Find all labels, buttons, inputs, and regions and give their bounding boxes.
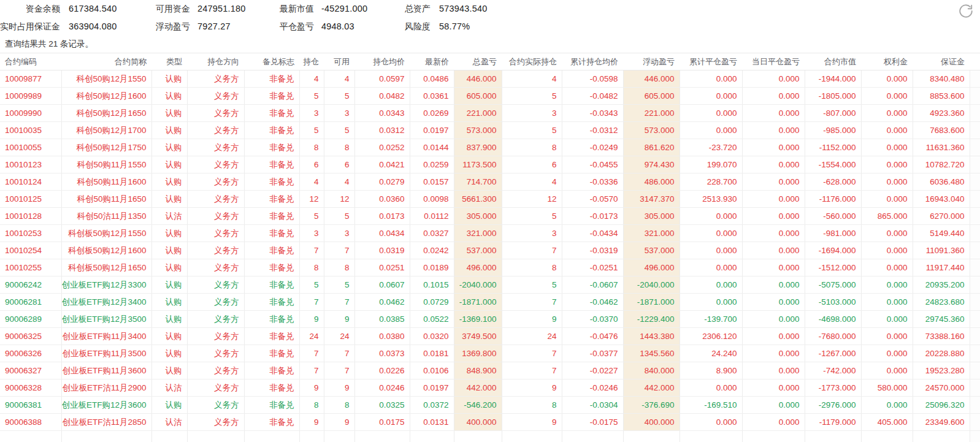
table-row[interactable]: 10010255科创板50购12月1650认购义务方非备兑880.02510.0… xyxy=(0,259,980,276)
cell-position-qty: 24 xyxy=(299,328,324,345)
cell-cum-close-pnl: 8.900 xyxy=(679,362,742,379)
cell-contract-code: 10010123 xyxy=(0,156,61,173)
cell-contract-market-value: -628.000 xyxy=(805,173,861,191)
cell-avg-position-price: 0.0373 xyxy=(354,345,410,362)
cell-avg-position-price: 0.0226 xyxy=(354,362,410,379)
table-row[interactable]: 90006242创业板ETF购12月3300认购义务方非备兑550.06070.… xyxy=(0,276,980,294)
cell-option-type: 认购 xyxy=(151,345,187,362)
cell-position-direction: 义务方 xyxy=(187,379,244,397)
refresh-button[interactable] xyxy=(957,2,975,20)
cell-position-direction: 义务方 xyxy=(187,139,244,156)
latest-market-value-label: 最新市值 xyxy=(245,0,314,18)
table-row[interactable]: 10010253科创板50购12月1550认购义务方非备兑330.04340.0… xyxy=(0,225,980,242)
cell-position-qty: 3 xyxy=(299,225,324,242)
table-row[interactable]: 90006388创业板ETF沽11月2850认沽义务方非备兑990.01750.… xyxy=(0,414,980,431)
cell-floating-pnl: 861.620 xyxy=(623,139,679,156)
cell-day-close-pnl: 0.000 xyxy=(742,414,805,431)
cell-actual-position: 5 xyxy=(502,276,562,294)
cell-avg-position-price: 0.0252 xyxy=(354,139,410,156)
cell-cum-close-pnl: 199.070 xyxy=(679,156,742,173)
cell-total-pnl: 605.000 xyxy=(454,88,502,105)
table-row[interactable]: 90006325创业板ETF购11月3400认购义务方非备兑24240.0380… xyxy=(0,328,980,345)
table-row[interactable]: 10010128科创50沽11月1350认沽义务方非备兑550.01730.01… xyxy=(0,208,980,225)
cell-floating-pnl: 486.000 xyxy=(623,173,679,191)
table-row[interactable]: 90006327创业板ETF购11月3600认购义务方非备兑770.02260.… xyxy=(0,362,980,379)
cell-cum-avg-position-price: -0.0175 xyxy=(562,414,623,431)
table-row[interactable]: 10010123科创50购11月1550认购义务方非备兑660.04210.02… xyxy=(0,156,980,173)
cell-day-close-pnl: 0.000 xyxy=(742,294,805,311)
table-row[interactable]: 10010035科创50购12月1700认购义务方非备兑550.03120.01… xyxy=(0,122,980,139)
cell-available-qty: 8 xyxy=(324,139,354,156)
cell-contract-name: 科创50购11月1550 xyxy=(61,156,151,173)
filler-cell xyxy=(970,276,980,294)
cell-cum-avg-position-price: -0.0336 xyxy=(562,173,623,191)
empty-cell xyxy=(861,431,913,442)
cell-contract-market-value: -1805.000 xyxy=(805,88,861,105)
cell-premium: 405.000 xyxy=(861,414,913,431)
cell-premium: 0.000 xyxy=(861,397,913,414)
empty-cell xyxy=(354,431,410,442)
cell-covered-flag: 非备兑 xyxy=(244,294,299,311)
cell-position-qty: 8 xyxy=(299,397,324,414)
cell-position-qty: 8 xyxy=(299,259,324,276)
cell-position-direction: 义务方 xyxy=(187,259,244,276)
cell-covered-flag: 非备兑 xyxy=(244,242,299,259)
cell-covered-flag: 非备兑 xyxy=(244,362,299,379)
cell-cum-avg-position-price: -0.0598 xyxy=(562,70,623,88)
cell-margin: 24570.000 xyxy=(913,379,970,397)
cell-avg-position-price: 0.0312 xyxy=(354,122,410,139)
table-row[interactable]: 90006328创业板ETF沽11月2900认沽义务方非备兑990.02460.… xyxy=(0,379,980,397)
empty-cell xyxy=(151,431,187,442)
column-header-position-direction: 持仓方向 xyxy=(187,53,244,70)
table-row[interactable]: 90006289创业板ETF购12月3500认购义务方非备兑990.03850.… xyxy=(0,311,980,328)
cell-position-qty: 7 xyxy=(299,242,324,259)
table-row[interactable]: 10009990科创50购12月1650认购义务方非备兑330.03430.02… xyxy=(0,105,980,122)
cell-avg-position-price: 0.0462 xyxy=(354,294,410,311)
table-row[interactable]: 10010254科创板50购12月1600认购义务方非备兑770.03190.0… xyxy=(0,242,980,259)
cell-contract-name: 科创50购11月1600 xyxy=(61,173,151,191)
cell-option-type: 认购 xyxy=(151,259,187,276)
cell-contract-market-value: -1554.000 xyxy=(805,156,861,173)
cell-premium: 0.000 xyxy=(861,105,913,122)
table-row[interactable]: 90006281创业板ETF购12月3400认购义务方非备兑770.04620.… xyxy=(0,294,980,311)
cell-contract-code: 10010124 xyxy=(0,173,61,191)
cell-position-qty: 3 xyxy=(299,105,324,122)
cell-last-price: 0.0098 xyxy=(410,191,454,208)
cell-position-direction: 义务方 xyxy=(187,397,244,414)
cell-option-type: 认沽 xyxy=(151,379,187,397)
table-row[interactable]: 90006381创业板ETF购12月3600认购义务方非备兑880.03250.… xyxy=(0,397,980,414)
empty-cell xyxy=(502,431,562,442)
table-row[interactable]: 90006326创业板ETF购11月3500认购义务方非备兑770.03730.… xyxy=(0,345,980,362)
cell-actual-position: 4 xyxy=(502,70,562,88)
cell-margin: 25096.320 xyxy=(913,397,970,414)
table-row[interactable]: 10009877科创50购12月1550认购义务方非备兑440.05970.04… xyxy=(0,70,980,88)
table-row[interactable]: 10010125科创50购11月1650认购义务方非备兑12120.03600.… xyxy=(0,191,980,208)
cell-margin: 7683.600 xyxy=(913,122,970,139)
empty-cell xyxy=(913,431,970,442)
cell-actual-position: 7 xyxy=(502,294,562,311)
filler-cell xyxy=(970,414,980,431)
cell-actual-position: 8 xyxy=(502,139,562,156)
cell-covered-flag: 非备兑 xyxy=(244,191,299,208)
cell-margin: 11631.360 xyxy=(913,139,970,156)
cell-available-qty: 7 xyxy=(324,242,354,259)
cell-actual-position: 5 xyxy=(502,208,562,225)
cell-option-type: 认购 xyxy=(151,294,187,311)
table-row[interactable]: 10010124科创50购11月1600认购义务方非备兑440.02790.01… xyxy=(0,173,980,191)
fund-balance-label: 资金余额 xyxy=(0,0,60,18)
table-row[interactable]: 10010055科创50购12月1750认购义务方非备兑880.02520.01… xyxy=(0,139,980,156)
filler-cell xyxy=(970,122,980,139)
cell-avg-position-price: 0.0246 xyxy=(354,379,410,397)
table-row[interactable]: 10009989科创50购12月1600认购义务方非备兑550.04820.03… xyxy=(0,88,980,105)
cell-premium: 0.000 xyxy=(861,139,913,156)
cell-position-direction: 义务方 xyxy=(187,122,244,139)
cell-actual-position: 8 xyxy=(502,259,562,276)
total-assets-label: 总资产 xyxy=(368,0,431,18)
close-pnl-value: 4948.03 xyxy=(321,18,354,36)
cell-option-type: 认购 xyxy=(151,328,187,345)
cell-contract-market-value: -1944.000 xyxy=(805,70,861,88)
cell-cum-avg-position-price: -0.0462 xyxy=(562,294,623,311)
cell-margin: 16943.040 xyxy=(913,191,970,208)
cell-avg-position-price: 0.0325 xyxy=(354,397,410,414)
cell-cum-avg-position-price: -0.0227 xyxy=(562,362,623,379)
